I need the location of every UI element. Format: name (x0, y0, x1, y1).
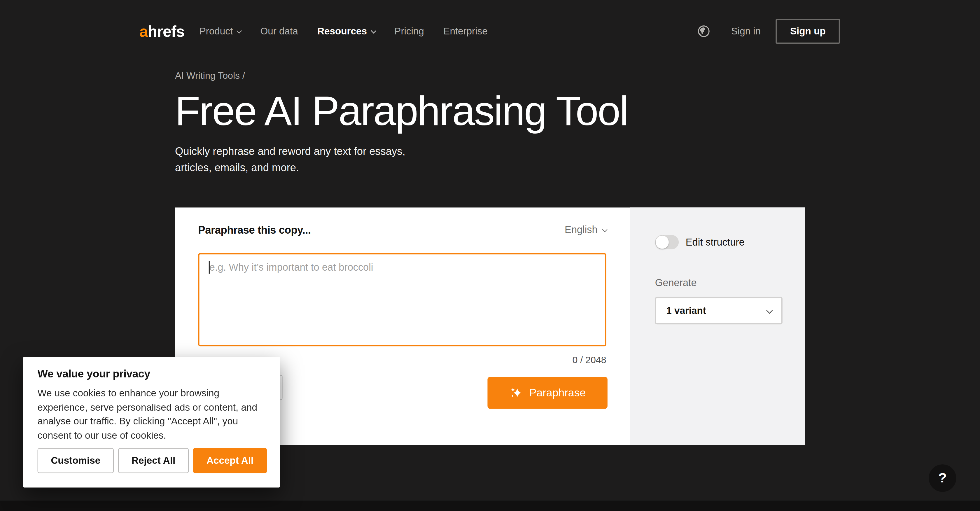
logo-rest: hrefs (148, 22, 185, 40)
cookie-body-text: We use cookies to enhance your browsing … (38, 386, 266, 443)
footer-strip (0, 500, 980, 511)
nav-item-our-data[interactable]: Our data (260, 25, 298, 37)
textarea-wrapper (198, 253, 606, 346)
main-nav: Product Our data Resources Pricing Enter… (199, 25, 488, 37)
accept-all-button[interactable]: Accept All (193, 448, 267, 473)
chevron-down-icon (371, 28, 376, 33)
generate-label: Generate (655, 277, 697, 289)
header-actions: Sign in Sign up (697, 19, 840, 44)
edit-structure-toggle[interactable] (655, 235, 679, 249)
sign-up-button[interactable]: Sign up (776, 19, 840, 44)
language-selector[interactable]: English (565, 224, 606, 236)
language-selected-value: English (565, 224, 597, 236)
ahrefs-logo[interactable]: ahrefs (139, 22, 185, 40)
chevron-down-icon (602, 227, 608, 232)
globe-language-icon[interactable] (697, 24, 711, 38)
nav-item-product[interactable]: Product (199, 25, 241, 37)
top-navbar: ahrefs Product Our data Resources Pricin… (0, 0, 980, 62)
page: ahrefs Product Our data Resources Pricin… (0, 0, 980, 511)
help-button[interactable]: ? (929, 464, 956, 492)
cookie-consent-dialog: We value your privacy We use cookies to … (23, 357, 280, 488)
logo-letter-a: a (139, 22, 148, 40)
nav-item-resources[interactable]: Resources (317, 25, 375, 37)
chevron-down-icon (237, 28, 242, 33)
input-label: Paraphrase this copy... (198, 224, 310, 237)
cookie-title: We value your privacy (38, 368, 266, 380)
edit-structure-row: Edit structure (655, 235, 745, 249)
hero-section: AI Writing Tools / Free AI Paraphrasing … (175, 70, 628, 177)
page-title: Free AI Paraphrasing Tool (175, 89, 628, 132)
nav-item-pricing[interactable]: Pricing (395, 25, 424, 37)
toggle-knob (655, 236, 669, 249)
page-subtitle: Quickly rephrase and reword any text for… (175, 144, 425, 176)
source-text-input[interactable] (198, 253, 606, 346)
variants-select[interactable]: 1 variant (655, 297, 783, 324)
sparkles-icon (509, 386, 522, 399)
nav-item-enterprise[interactable]: Enterprise (443, 25, 487, 37)
paraphrase-button[interactable]: Paraphrase (487, 377, 607, 409)
paraphrase-button-label: Paraphrase (529, 386, 585, 399)
customise-button[interactable]: Customise (38, 448, 114, 473)
sign-in-link[interactable]: Sign in (731, 25, 761, 37)
tool-settings-panel: Edit structure Generate 1 variant (630, 207, 805, 445)
breadcrumb[interactable]: AI Writing Tools / (175, 70, 628, 81)
tool-header: Paraphrase this copy... English (198, 224, 606, 237)
cookie-buttons: Customise Reject All Accept All (38, 448, 267, 473)
chevron-down-icon (767, 307, 773, 313)
text-caret (209, 261, 210, 274)
edit-structure-label: Edit structure (686, 237, 745, 248)
reject-all-button[interactable]: Reject All (118, 448, 189, 473)
variants-selected-value: 1 variant (666, 305, 706, 317)
